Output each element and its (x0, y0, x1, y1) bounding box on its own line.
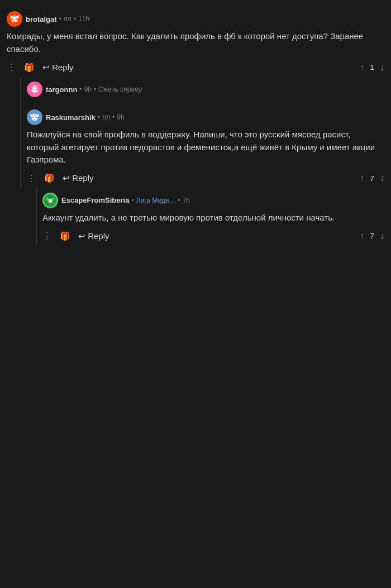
more-button-c1[interactable]: ⋮ (7, 62, 16, 73)
timestamp-c4: 7h (183, 197, 190, 204)
comment-meta-c2: targonnn • 9h • Сжечь сервер (46, 85, 142, 94)
gift-icon-c1: 🎁 (24, 63, 35, 73)
gift-icon-c3: 🎁 (44, 173, 55, 183)
more-icon-c3: ⋮ (27, 173, 36, 184)
more-icon-c4: ⋮ (42, 231, 52, 241)
comment-c3: Raskumarshik • лл • 9h Пожалуйся на свой… (20, 105, 387, 188)
gift-icon-c4: 🎁 (60, 231, 70, 241)
vote-section-c4: ↑ 7 ↓ (360, 232, 384, 241)
comment-c1: brotalgat • лл • 11h Комрады, у меня вст… (4, 7, 387, 77)
gift-button-c1[interactable]: 🎁 (24, 63, 35, 73)
comment-header-c2: targonnn • 9h • Сжечь сервер (27, 82, 384, 97)
downvote-c1[interactable]: ↓ (380, 63, 384, 72)
svg-point-20 (32, 113, 37, 117)
liga-badge-c4: Лига Меди… (136, 197, 176, 204)
svg-point-13 (32, 85, 37, 89)
avatar-targonnn (27, 82, 42, 97)
svg-point-7 (13, 16, 15, 17)
timestamp-c3: 9h (117, 113, 124, 121)
username-c1[interactable]: brotalgat (26, 15, 57, 23)
comment-actions-c1: ⋮ 🎁 ↩ Reply ↑ 1 ↓ (7, 62, 384, 73)
vote-count-c1: 1 (368, 63, 376, 71)
svg-point-21 (34, 114, 35, 116)
badge-c3: лл (102, 113, 110, 121)
upvote-c3[interactable]: ↑ (360, 174, 364, 183)
comment-actions-c4: ⋮ 🎁 ↩ Reply ↑ 7 ↓ (42, 231, 384, 241)
svg-point-15 (35, 87, 36, 88)
reply-label-c1: ↩ Reply (42, 63, 74, 73)
more-icon-c1: ⋮ (7, 62, 16, 73)
comment-body-c4: Аккаунт удалить, а не третью мировую про… (42, 212, 384, 224)
reply-button-c1[interactable]: ↩ Reply (42, 63, 74, 73)
svg-point-22 (35, 114, 36, 116)
comment-c4: EscapeFromSiberia • Лига Меди… • 7h Акка… (36, 188, 387, 246)
comment-meta-c4: EscapeFromSiberia • Лига Меди… • 7h (61, 196, 190, 204)
svg-point-27 (49, 200, 50, 200)
comment-header-c1: brotalgat • лл • 11h (7, 11, 384, 27)
svg-point-28 (51, 200, 51, 200)
timestamp-c2: 9h (84, 85, 92, 93)
reply-button-c4[interactable]: ↩ Reply (78, 231, 109, 241)
comment-actions-c3: ⋮ 🎁 ↩ Reply ↑ 7 ↓ (27, 173, 384, 184)
gift-button-c4[interactable]: 🎁 (60, 231, 70, 241)
svg-point-24 (30, 114, 32, 117)
svg-point-5 (10, 16, 12, 18)
reply-label-c3: ↩ Reply (63, 173, 94, 183)
downvote-c4[interactable]: ↓ (380, 232, 384, 241)
vote-section-c3: ↑ 7 ↓ (360, 174, 384, 183)
comment-meta-c1: brotalgat • лл • 11h (26, 15, 89, 23)
avatar-brotalgat (7, 11, 22, 27)
comment-meta-c3: Raskumarshik • лл • 9h (46, 113, 125, 122)
more-button-c4[interactable]: ⋮ (42, 231, 52, 241)
flair-c2: Сжечь сервер (98, 85, 142, 93)
comment-header-c4: EscapeFromSiberia • Лига Меди… • 7h (42, 193, 384, 208)
comment-body-c3: Пожалуйся на свой профиль в поддержку. Н… (27, 128, 384, 166)
downvote-c3[interactable]: ↓ (380, 174, 384, 183)
svg-point-6 (12, 15, 17, 19)
badge-c1: лл (64, 15, 71, 23)
username-c4[interactable]: EscapeFromSiberia (61, 196, 129, 204)
comment-thread: brotalgat • лл • 11h Комрады, у меня вст… (4, 7, 387, 246)
timestamp-c1: 11h (78, 15, 89, 23)
username-c2[interactable]: targonnn (46, 85, 77, 94)
vote-section-c1: ↑ 1 ↓ (360, 63, 384, 72)
svg-point-8 (15, 16, 16, 17)
avatar-raskumarshik (27, 109, 42, 125)
svg-point-4 (16, 16, 18, 18)
svg-point-14 (34, 87, 35, 88)
upvote-c1[interactable]: ↑ (360, 63, 364, 72)
reply-label-c4: ↩ Reply (78, 231, 109, 241)
more-button-c3[interactable]: ⋮ (27, 173, 36, 184)
vote-count-c4: 7 (368, 232, 376, 240)
vote-count-c3: 7 (368, 174, 376, 183)
comment-header-c3: Raskumarshik • лл • 9h (27, 109, 384, 125)
gift-button-c3[interactable]: 🎁 (44, 173, 55, 183)
avatar-escapefromsiberia (42, 193, 58, 208)
comment-c2: targonnn • 9h • Сжечь сервер (20, 77, 387, 105)
username-c3[interactable]: Raskumarshik (46, 113, 96, 122)
comment-body-c1: Комрады, у меня встал вопрос. Как удалит… (7, 30, 384, 55)
reply-button-c3[interactable]: ↩ Reply (63, 173, 94, 183)
upvote-c4[interactable]: ↑ (360, 232, 364, 241)
svg-point-23 (36, 114, 39, 117)
